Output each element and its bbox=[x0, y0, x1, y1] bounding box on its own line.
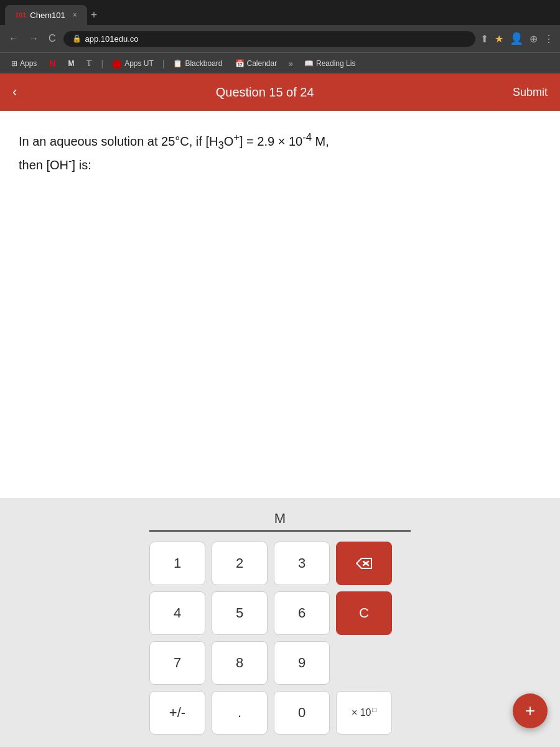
apps-icon: ⊞ bbox=[11, 59, 17, 68]
tab-close-btn[interactable]: × bbox=[73, 11, 77, 19]
tab-title: Chem101 bbox=[30, 11, 65, 20]
question-wrapper: In an aqueous solution at 25°C, if [H3O+… bbox=[0, 111, 560, 747]
blackboard-label: Blackboard bbox=[185, 59, 222, 68]
superscript-minus: - bbox=[68, 155, 72, 167]
calc-btn-0[interactable]: 0 bbox=[274, 691, 330, 735]
appsut-dot-icon: ⬤ bbox=[112, 59, 122, 68]
address-bar-row: ← → C 🔒 app.101edu.co ⬆ ★ 👤 ⊕ ⋮ bbox=[0, 25, 560, 52]
calc-btn-plusminus[interactable]: +/- bbox=[149, 691, 205, 735]
calc-btn-5[interactable]: 5 bbox=[212, 591, 268, 635]
more-bookmarks-icon[interactable]: » bbox=[288, 59, 293, 68]
bookmark-appsut[interactable]: ⬤ Apps UT bbox=[107, 57, 159, 70]
refresh-button[interactable]: C bbox=[46, 32, 58, 45]
star-icon[interactable]: ★ bbox=[495, 33, 503, 45]
calc-btn-1[interactable]: 1 bbox=[149, 542, 205, 585]
superscript-neg4: -4 bbox=[302, 131, 312, 143]
calc-display-line bbox=[149, 530, 411, 532]
calc-btn-8[interactable]: 8 bbox=[212, 641, 268, 685]
address-input[interactable]: 🔒 app.101edu.co bbox=[63, 31, 475, 47]
separator-1: | bbox=[101, 59, 103, 68]
tutor-icon: 𝕋 bbox=[86, 59, 92, 68]
question-area: In an aqueous solution at 25°C, if [H3O+… bbox=[0, 111, 560, 498]
netflix-icon: N bbox=[49, 59, 55, 68]
calendar-icon: 📅 bbox=[235, 59, 245, 68]
bookmark-tutor[interactable]: 𝕋 bbox=[82, 57, 97, 70]
bookmark-blackboard[interactable]: 📋 Blackboard bbox=[168, 57, 227, 70]
reading-label: Reading Lis bbox=[316, 59, 355, 68]
question-text: In an aqueous solution at 25°C, if [H3O+… bbox=[19, 129, 541, 174]
bookmark-gmail[interactable]: M bbox=[63, 57, 79, 70]
separator-2: | bbox=[162, 59, 165, 68]
browser-chrome: 101 Chem101 × + ← → C 🔒 app.101edu.co ⬆ … bbox=[0, 0, 560, 73]
calc-btn-3[interactable]: 3 bbox=[274, 542, 330, 585]
toolbar-right: ⬆ ★ 👤 ⊕ ⋮ bbox=[480, 32, 554, 45]
new-tab-btn[interactable]: + bbox=[91, 9, 98, 22]
x10-superscript: □ bbox=[372, 706, 376, 713]
bookmark-calendar[interactable]: 📅 Calendar bbox=[230, 57, 282, 70]
x10-text: × 10 bbox=[352, 707, 371, 718]
calc-btn-9[interactable]: 9 bbox=[274, 641, 330, 685]
calc-btn-dot[interactable]: . bbox=[212, 691, 268, 735]
fab-add-button[interactable]: + bbox=[513, 693, 548, 728]
calc-grid: 1 2 3 4 5 6 C 7 8 9 bbox=[149, 542, 411, 735]
tab-favicon: 101 bbox=[15, 11, 26, 19]
question-header: ‹ Question 15 of 24 Submit bbox=[0, 73, 560, 111]
active-tab[interactable]: 101 Chem101 × bbox=[5, 5, 87, 25]
calc-btn-x10[interactable]: × 10□ bbox=[336, 691, 392, 735]
calc-btn-backspace[interactable] bbox=[336, 542, 392, 585]
tab-bar: 101 Chem101 × + bbox=[0, 0, 560, 25]
calendar-label: Calendar bbox=[247, 59, 278, 68]
menu-icon[interactable]: ⋮ bbox=[544, 33, 554, 45]
apps-label: Apps bbox=[20, 59, 37, 68]
calc-empty-slot bbox=[336, 641, 392, 685]
reading-icon: 📖 bbox=[304, 59, 314, 68]
calc-btn-7[interactable]: 7 bbox=[149, 641, 205, 685]
avatar-icon[interactable]: 👤 bbox=[510, 32, 523, 45]
subscript-3: 3 bbox=[218, 139, 223, 151]
calc-btn-4[interactable]: 4 bbox=[149, 591, 205, 635]
back-question-btn[interactable]: ‹ bbox=[12, 84, 17, 100]
extension-icon[interactable]: ⊕ bbox=[530, 33, 538, 45]
submit-button[interactable]: Submit bbox=[513, 86, 548, 99]
bookmark-netflix[interactable]: N bbox=[44, 57, 60, 70]
calc-btn-2[interactable]: 2 bbox=[212, 542, 268, 585]
back-button[interactable]: ← bbox=[6, 32, 21, 45]
bookmark-apps[interactable]: ⊞ Apps bbox=[6, 57, 42, 70]
url-text: app.101edu.co bbox=[85, 34, 139, 44]
blackboard-icon: 📋 bbox=[173, 59, 182, 68]
backspace-icon bbox=[355, 557, 373, 570]
calculator-section: M 1 2 3 4 5 6 C bbox=[0, 498, 560, 747]
forward-button[interactable]: → bbox=[26, 32, 41, 45]
gmail-icon: M bbox=[68, 59, 74, 68]
share-icon[interactable]: ⬆ bbox=[480, 33, 488, 45]
bookmark-reading[interactable]: 📖 Reading Lis bbox=[299, 57, 360, 70]
calc-display-label: M bbox=[274, 510, 286, 527]
bookmarks-bar: ⊞ Apps N M 𝕋 | ⬤ Apps UT | 📋 Blackboard … bbox=[0, 52, 560, 73]
svg-marker-0 bbox=[357, 558, 371, 568]
appsut-label: Apps UT bbox=[124, 59, 154, 68]
lock-icon: 🔒 bbox=[72, 34, 82, 43]
superscript-plus: + bbox=[233, 131, 240, 143]
calc-btn-6[interactable]: 6 bbox=[274, 591, 330, 635]
question-counter: Question 15 of 24 bbox=[216, 85, 314, 100]
calc-btn-clear[interactable]: C bbox=[336, 591, 392, 635]
page-content: ‹ Question 15 of 24 Submit In an aqueous… bbox=[0, 73, 560, 747]
